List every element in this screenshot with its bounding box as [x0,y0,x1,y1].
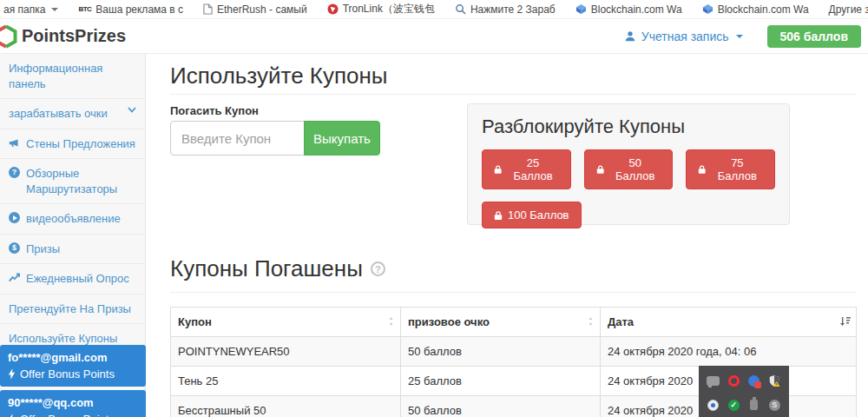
divider [170,94,856,95]
sidebar-item-claim-prizes[interactable]: Претендуйте На Призы [0,295,145,325]
cell-date: 24 октября 2020 года, 04: 06 [601,337,857,367]
sidebar-item-video-ads[interactable]: видеообъявление [0,204,145,235]
unlock-coupons-title: Разблокируйте Купоны [482,116,775,138]
redeemed-coupons-title: Купоны Погашены ? [170,255,385,282]
opera-ring-icon[interactable] [728,375,740,387]
site-header: PointsPrizes Учетная запись 506 баллов [0,19,868,54]
brand-logo[interactable]: PointsPrizes [0,24,126,49]
chevron-down-icon [128,107,136,113]
bookmark-item[interactable]: BTC Ваша реклама в с [78,3,183,16]
cell-coupon: Тень 25 [171,367,401,396]
green-check-icon[interactable]: ✓ [728,400,740,411]
unlock-100-points-button[interactable]: 100 Баллов [482,202,582,228]
btc-icon: BTC [78,5,91,13]
unlock-buttons-row: 100 Баллов [482,202,775,228]
account-menu[interactable]: Учетная запись [624,30,743,43]
other-bookmarks-label: Другие закладки [829,3,868,16]
lock-icon [494,164,502,175]
unlock-buttons-row: 25 Баллов 50 Баллов 75 Баллов [482,149,775,189]
bookmark-item[interactable]: TronLink（波宝钱包 [327,2,435,17]
bookmark-item[interactable]: Нажмите 2 Зараб [455,3,556,16]
cell-points: 25 баллов [401,367,601,396]
column-header-label: Купон [178,315,212,328]
sidebar-item-daily-poll[interactable]: Ежедневный Опрос [0,264,145,295]
sidebar-item-label: Стены Предложения [26,136,135,152]
unlock-button-label: 50 Баллов [609,156,661,182]
table-row: POINTYNEWYEAR50 50 баллов 24 октября 202… [171,337,857,367]
toast-notification[interactable]: 90*****@qq.com Offer Bonus Points [0,390,146,417]
lock-icon [494,210,503,221]
sidebar-item-survey-routers[interactable]: ? Обзорные Маршрутизаторы [0,159,145,204]
bookmark-folder[interactable]: ая папка [3,3,58,16]
sidebar-item-earn-points[interactable]: зарабатывать очки [0,99,145,129]
chevron-down-icon [736,35,743,38]
blockchain-cube-icon [575,3,587,15]
shield-warning-icon[interactable] [768,374,780,387]
sidebar-item-label: Призы [26,242,60,257]
lightning-icon [8,414,16,417]
bookmark-label: Ваша реклама в с [95,3,183,16]
help-question-circle-icon[interactable]: ? [371,261,385,276]
dark-bottle-icon[interactable] [750,400,758,410]
header-right: Учетная запись 506 баллов [624,25,868,48]
unlock-coupons-panel: Разблокируйте Купоны 25 Баллов 50 Баллов… [467,103,790,225]
bookmark-item[interactable]: Blockchain.com Wa [702,3,809,16]
sidebar-item-offer-walls[interactable]: Стены Предложения [0,129,145,160]
blockchain-cube-icon [702,3,713,15]
main-content: Используйте Купоны Погасить Купон Выкупа… [147,54,868,417]
bookmark-folder-label: ая папка [3,3,45,16]
unlock-50-points-button[interactable]: 50 Баллов [584,149,674,189]
redeemed-coupons-title-text: Купоны Погашены [170,255,363,282]
pointsprizes-hexagon-icon [0,24,18,49]
letter-s-icon[interactable]: S [769,400,780,411]
toast-notification[interactable]: fo*****@gmail.com Offer Bonus Points [0,345,146,387]
sidebar-item-label: Ежедневный Опрос [26,271,129,287]
bookmark-label: Нажмите 2 Зараб [470,3,556,16]
media-dot-icon[interactable] [707,400,719,411]
cell-coupon: POINTYNEWYEAR50 [171,337,401,367]
unlock-button-label: 75 Баллов [712,156,763,182]
magnifier-icon [455,3,466,15]
unlock-25-points-button[interactable]: 25 Баллов [482,149,571,189]
lightning-icon [8,368,16,380]
sort-both-icon [587,316,595,327]
unlock-75-points-button[interactable]: 75 Баллов [686,149,775,189]
bookmark-label: TronLink（波宝钱包 [343,2,435,17]
bookmark-item[interactable]: EtherRush - самый [203,3,307,16]
sort-both-icon [387,316,395,327]
chart-line-icon [9,272,20,283]
column-header-label: Дата [608,315,634,328]
system-tray-popup: ✓ S [699,366,789,417]
sidebar-item-prizes[interactable]: $ Призы [0,235,145,265]
chevron-down-icon [51,8,58,11]
sidebar-item-label: видеообъявление [26,211,121,227]
unlock-button-label: 25 Баллов [507,156,558,182]
points-balance-badge[interactable]: 506 баллов [767,25,861,48]
gray-window-icon[interactable] [707,376,720,386]
blue-red-app-icon[interactable] [748,375,760,387]
coupon-input[interactable] [170,121,305,156]
divider [170,292,856,293]
column-header-coupon[interactable]: Купон [171,308,401,337]
other-bookmarks-button[interactable]: Другие закладки [829,3,868,16]
cell-coupon: Бесстрашный 50 [171,396,401,417]
column-header-date[interactable]: Дата [601,308,857,337]
bookmark-label: EtherRush - самый [217,3,307,16]
bookmark-label: Blockchain.com Wa [718,3,809,16]
column-header-points[interactable]: призовое очко [401,308,601,337]
sort-descending-icon [839,316,851,327]
sidebar-item-label: зарабатывать очки [9,106,108,122]
redeem-coupon-form: Выкупать [170,121,380,156]
table-header-row: Купон призовое очко Дата [171,308,857,337]
sidebar-item-dashboard[interactable]: Информационная панель [0,54,145,99]
column-header-label: призовое очко [408,315,490,328]
redeem-coupon-label: Погасить Купон [170,104,259,117]
toast-message: Offer Bonus Points [20,413,115,417]
sidebar-item-label: Обзорные Маршрутизаторы [26,166,136,196]
bookmark-item[interactable]: Blockchain.com Wa [575,3,682,16]
toast-message: Offer Bonus Points [20,367,115,381]
account-label: Учетная запись [641,30,729,43]
question-circle-icon: ? [9,167,20,178]
redeem-button[interactable]: Выкупать [304,121,380,156]
toast-email: 90*****@qq.com [8,396,138,409]
